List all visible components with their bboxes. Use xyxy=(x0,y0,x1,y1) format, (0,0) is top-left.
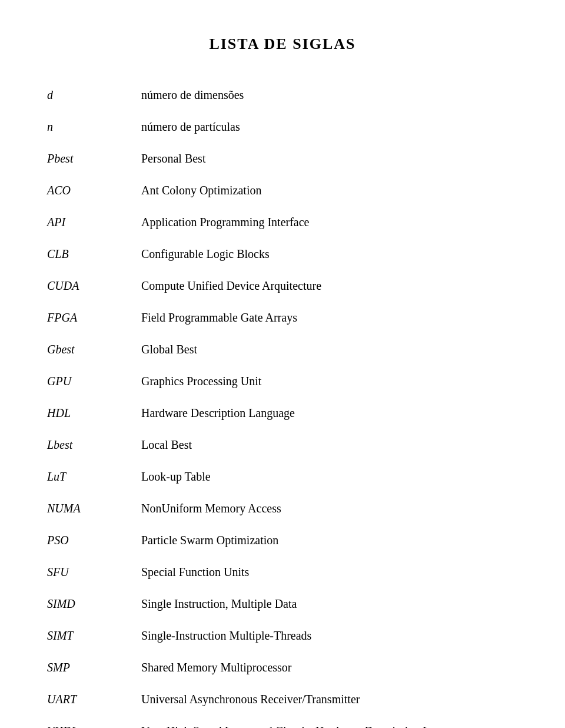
acronym-definition: Personal Best xyxy=(141,152,205,166)
acronym-definition: Shared Memory Multiprocessor xyxy=(141,661,292,674)
list-item: SIMTSingle-Instruction Multiple-Threads xyxy=(47,629,518,650)
acronym-term: FPGA xyxy=(47,311,141,325)
page-title: LISTA DE SIGLAS xyxy=(47,35,518,53)
list-item: LbestLocal Best xyxy=(47,438,518,459)
acronym-definition: Compute Unified Device Arquitecture xyxy=(141,279,321,293)
acronym-term: LuT xyxy=(47,470,141,484)
list-item: ACOAnt Colony Optimization xyxy=(47,184,518,205)
list-item: GbestGlobal Best xyxy=(47,343,518,364)
list-item: APIApplication Programming Interface xyxy=(47,216,518,237)
acronym-definition: Single-Instruction Multiple-Threads xyxy=(141,629,311,643)
acronym-term: ACO xyxy=(47,184,141,197)
acronym-list: dnúmero de dimensõesnnúmero de partícula… xyxy=(47,88,518,728)
acronym-term: PSO xyxy=(47,534,141,547)
acronym-term: HDL xyxy=(47,406,141,420)
acronym-term: GPU xyxy=(47,375,141,388)
acronym-definition: número de partículas xyxy=(141,120,240,134)
acronym-definition: Hardware Description Language xyxy=(141,406,295,420)
list-item: GPUGraphics Processing Unit xyxy=(47,375,518,396)
list-item: LuTLook-up Table xyxy=(47,470,518,491)
acronym-definition: Universal Asynchronous Receiver/Transmit… xyxy=(141,693,360,706)
acronym-definition: Application Programming Interface xyxy=(141,216,309,229)
acronym-term: NUMA xyxy=(47,502,141,515)
acronym-definition: Particle Swarm Optimization xyxy=(141,534,278,547)
list-item: SFUSpecial Function Units xyxy=(47,565,518,587)
acronym-term: SIMD xyxy=(47,597,141,611)
list-item: PSOParticle Swarm Optimization xyxy=(47,534,518,555)
list-item: SIMDSingle Instruction, Multiple Data xyxy=(47,597,518,618)
acronym-definition: Single Instruction, Multiple Data xyxy=(141,597,297,611)
acronym-definition: Special Function Units xyxy=(141,565,249,579)
list-item: PbestPersonal Best xyxy=(47,152,518,173)
acronym-definition: Configurable Logic Blocks xyxy=(141,247,270,261)
acronym-definition: Very High Speed Integrated Circuits Hard… xyxy=(141,724,469,728)
acronym-term: VHDL xyxy=(47,724,141,728)
acronym-definition: Field Programmable Gate Arrays xyxy=(141,311,297,325)
list-item: dnúmero de dimensões xyxy=(47,88,518,110)
acronym-term: Pbest xyxy=(47,152,141,166)
acronym-term: CUDA xyxy=(47,279,141,293)
acronym-term: API xyxy=(47,216,141,229)
list-item: FPGAField Programmable Gate Arrays xyxy=(47,311,518,332)
list-item: NUMANonUniform Memory Access xyxy=(47,502,518,523)
acronym-term: n xyxy=(47,120,141,134)
acronym-term: SIMT xyxy=(47,629,141,643)
acronym-definition: Ant Colony Optimization xyxy=(141,184,261,197)
acronym-term: d xyxy=(47,88,141,102)
acronym-definition: NonUniform Memory Access xyxy=(141,502,281,515)
acronym-term: SFU xyxy=(47,565,141,579)
acronym-term: Gbest xyxy=(47,343,141,356)
acronym-definition: Look-up Table xyxy=(141,470,211,484)
list-item: CUDACompute Unified Device Arquitecture xyxy=(47,279,518,300)
list-item: CLBConfigurable Logic Blocks xyxy=(47,247,518,269)
acronym-term: Lbest xyxy=(47,438,141,452)
list-item: VHDLVery High Speed Integrated Circuits … xyxy=(47,724,518,728)
acronym-term: SMP xyxy=(47,661,141,674)
list-item: UARTUniversal Asynchronous Receiver/Tran… xyxy=(47,693,518,714)
acronym-term: CLB xyxy=(47,247,141,261)
list-item: nnúmero de partículas xyxy=(47,120,518,141)
acronym-definition: Local Best xyxy=(141,438,192,452)
list-item: HDLHardware Description Language xyxy=(47,406,518,428)
list-item: SMPShared Memory Multiprocessor xyxy=(47,661,518,682)
acronym-definition: Global Best xyxy=(141,343,197,356)
acronym-definition: número de dimensões xyxy=(141,88,244,102)
acronym-definition: Graphics Processing Unit xyxy=(141,375,261,388)
acronym-term: UART xyxy=(47,693,141,706)
